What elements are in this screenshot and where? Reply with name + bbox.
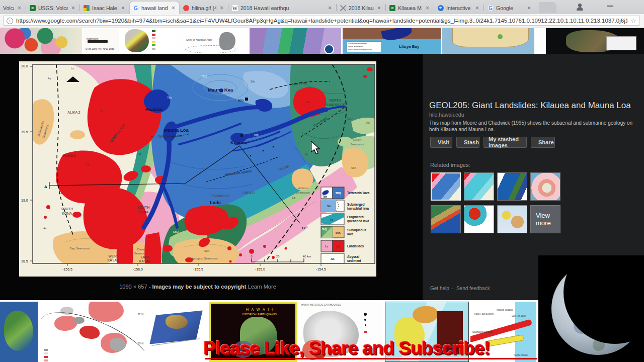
top-thumbnail-3[interactable] xyxy=(121,28,174,54)
legend-chip xyxy=(152,30,155,32)
top-thumbnail-8[interactable] xyxy=(546,28,644,54)
send-feedback-link[interactable]: Send feedback xyxy=(456,286,490,291)
tab-hilina-gif[interactable]: hilina.gif (411×381)× xyxy=(180,2,227,14)
top-thumbnail-5[interactable] xyxy=(250,28,341,54)
related-image-6[interactable] xyxy=(464,205,494,233)
lon-label: -155.5 xyxy=(193,267,203,271)
top-thumbnail-4[interactable]: Crest of Hawaiian Arch xyxy=(175,28,248,54)
related-image-2[interactable] xyxy=(464,172,494,201)
lat-label: 19.5 xyxy=(21,130,28,134)
related-image-7[interactable] xyxy=(497,205,527,233)
close-icon[interactable]: × xyxy=(17,5,22,12)
geologic-map-svg: 20.0 19.5 19.0 18.5 -156.5 -156.0 -155.5… xyxy=(19,61,376,277)
close-icon[interactable]: × xyxy=(171,5,176,12)
my-stashed-images-button[interactable]: My stashed images xyxy=(484,137,527,148)
get-help-link[interactable]: Get help xyxy=(430,286,449,291)
tab-hawaii-landslide-active[interactable]: Ghawaii landslide pot× xyxy=(130,2,179,14)
new-tab-button[interactable] xyxy=(539,2,556,13)
close-icon[interactable]: × xyxy=(327,5,333,12)
unit-label-as: As xyxy=(48,77,51,80)
tab-separator xyxy=(79,4,80,11)
page-title[interactable]: GEOL205: Giant Landslides: Kilauea and M… xyxy=(429,101,642,111)
lon-label: -156.0 xyxy=(133,267,143,271)
tab-volcano-hazards[interactable]: Volcano Haza× xyxy=(0,2,25,14)
scale-20: 20 xyxy=(276,255,280,258)
unit-label-sbq: SbQ xyxy=(347,117,353,120)
related-images-label: Related images: xyxy=(430,162,470,168)
image-results-top-row: Kilometers UTM Zone 4N, NAD 1983 Crest o… xyxy=(0,28,644,54)
label: East Rift Zone xyxy=(512,315,526,317)
unit-label-sbq: SbQ xyxy=(173,230,179,233)
close-icon[interactable]: × xyxy=(526,5,532,12)
close-icon[interactable]: × xyxy=(376,5,382,12)
bottom-thumbnail-2[interactable]: 22°N 20°N xyxy=(40,302,144,362)
close-icon[interactable]: × xyxy=(474,5,480,12)
top-thumbnail-7[interactable] xyxy=(442,28,534,54)
close-icon[interactable]: × xyxy=(70,5,76,12)
region-label-south-kona: KONA xyxy=(62,212,72,215)
url-text[interactable]: https://www.google.com/search?biw=1920&b… xyxy=(16,18,627,24)
address-bar: i https://www.google.com/search?biw=1920… xyxy=(0,14,644,28)
main-image-geologic-map[interactable]: 20.0 19.5 19.0 18.5 -156.5 -156.0 -155.5… xyxy=(19,61,376,277)
top-thumbnail-2[interactable]: Kilometers UTM Zone 4N, NAD 1983 xyxy=(84,28,119,54)
seamount-label-day: Day Seamount xyxy=(69,247,90,250)
google-maps-icon xyxy=(84,5,90,11)
related-image-1[interactable] xyxy=(431,172,461,201)
minimize-button[interactable] xyxy=(607,6,613,7)
avalanche-graphic xyxy=(89,302,124,322)
google-icon: G xyxy=(488,5,494,11)
profile-head xyxy=(578,4,582,7)
label: Pacific Ocean xyxy=(514,354,528,356)
tab-title: Isaac Hale Park - Go xyxy=(92,5,118,11)
learn-more-link[interactable]: Learn More xyxy=(248,284,276,290)
unit-label-la: La xyxy=(292,196,296,199)
legend-code: TBQ xyxy=(336,192,341,195)
bottom-thumbnail-3[interactable] xyxy=(146,302,207,362)
legend-chip xyxy=(152,48,155,50)
stash-button[interactable]: Stash xyxy=(456,137,479,148)
tab-2018-hawaii-earthquake[interactable]: W2018 Hawaii earthqu× xyxy=(229,2,336,14)
unit-label-sbk: SbK xyxy=(204,249,210,252)
seamount-label-hohonu: Hohonu xyxy=(297,187,308,190)
thumb-text: UTM Zone 4N, NAD 1983 xyxy=(86,47,114,50)
related-image-3[interactable] xyxy=(497,172,527,201)
tab-usgs-volcano[interactable]: ≈USGS: Volcano Haza× xyxy=(27,2,79,14)
legend-chip xyxy=(152,41,155,43)
close-icon[interactable]: × xyxy=(425,5,430,12)
bottom-thumbnail-1[interactable] xyxy=(0,302,38,362)
thumb-text: Lituya Bay xyxy=(399,44,419,49)
unit-label-sbk: SbK xyxy=(351,166,357,169)
source-domain: hilo.hawaii.edu xyxy=(429,112,464,118)
unit-label-ls: Ls xyxy=(59,192,62,195)
tab-separator xyxy=(336,4,337,11)
legend-code: As xyxy=(331,257,335,260)
legend-chip xyxy=(364,331,367,333)
caption-copyright: Images may be subject to copyright xyxy=(152,284,246,290)
region-label-south-kona-2: KONA xyxy=(138,210,148,214)
scale-bar-graphic xyxy=(88,40,108,43)
lat-label: 19.0 xyxy=(21,199,28,202)
share-button[interactable]: Share xyxy=(531,137,555,148)
tab-kilauea-monitoring[interactable]: ≈Kilauea Monitoring× xyxy=(386,2,433,14)
visit-button[interactable]: Visit xyxy=(430,137,452,148)
legend-chip xyxy=(44,356,48,358)
view-more-button[interactable]: View more xyxy=(530,205,560,233)
profile-icon[interactable] xyxy=(576,3,584,11)
bookmark-star-icon[interactable]: ☆ xyxy=(630,17,636,25)
close-icon[interactable]: × xyxy=(120,5,126,12)
info-icon[interactable]: i xyxy=(7,18,13,24)
legend-chip xyxy=(152,34,155,36)
top-thumbnail-1[interactable] xyxy=(0,28,82,54)
seamount-label-hohonu: Seamount xyxy=(296,191,310,194)
tab-title: USGS: Volcano Haza xyxy=(38,5,68,11)
omnibox[interactable]: i https://www.google.com/search?biw=1920… xyxy=(3,16,640,26)
related-image-5[interactable] xyxy=(431,205,461,233)
close-icon[interactable]: × xyxy=(219,5,224,12)
tab-kilauea-insar[interactable]: 2018 Kilauea InSAR× xyxy=(337,2,385,14)
tab-google[interactable]: GGoogle× xyxy=(485,2,535,14)
tab-isaac-hale-park[interactable]: Isaac Hale Park - Go× xyxy=(80,2,129,14)
fault-label-kealakekua: Kealakekua Fault xyxy=(158,134,182,137)
related-image-4[interactable] xyxy=(530,172,560,201)
top-thumbnail-6[interactable]: Landslide movement Wave movement Areas d… xyxy=(343,28,441,54)
tab-interactive-3d-earth[interactable]: Interactive 3D Earth× xyxy=(435,2,483,14)
